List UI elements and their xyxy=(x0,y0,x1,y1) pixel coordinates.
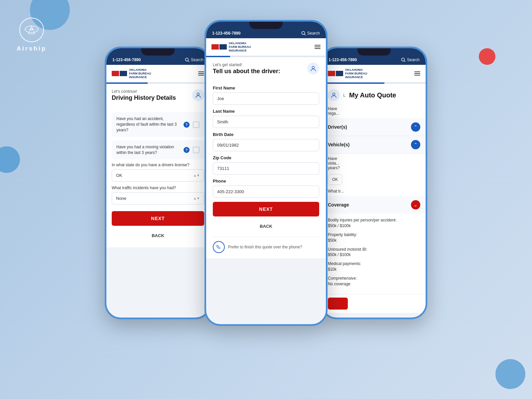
svg-point-7 xyxy=(185,58,188,61)
accordion-vehicles-header[interactable]: Vehicle(s) ⌃ xyxy=(323,136,426,153)
right-state-partial: OK xyxy=(323,173,426,186)
accordion-vehicles: Vehicle(s) ⌃ xyxy=(323,136,426,154)
right-next-btn-partial[interactable] xyxy=(328,298,348,310)
left-title: Driving History Details xyxy=(112,94,176,101)
accordion-coverage-label: Coverage xyxy=(328,202,349,207)
phone-right-notch xyxy=(357,48,391,56)
partial-q2-text: Haveviola...years? xyxy=(328,156,340,170)
phone-label: Phone xyxy=(213,179,319,184)
center-title: Tell us about the driver: xyxy=(213,68,280,75)
back-button-left[interactable]: BACK xyxy=(112,229,204,242)
incidents-arrows: ▲▼ xyxy=(193,197,200,200)
footer-text: Prefer to finish this quote over the pho… xyxy=(228,245,302,249)
last-name-label: Last Name xyxy=(213,109,319,114)
question-2-checkbox[interactable] xyxy=(193,147,200,153)
ofb-badge-blue-r xyxy=(336,71,343,76)
ofb-text-right: OKLAHOMAFARM BUREAUINSURANCE xyxy=(345,68,367,79)
center-subtitle: Let's get started! xyxy=(213,63,280,67)
quote-title: My Auto Quote xyxy=(349,91,396,99)
svg-line-14 xyxy=(404,61,405,62)
phone-input[interactable] xyxy=(213,186,319,198)
user-icon-left[interactable] xyxy=(192,89,204,101)
user-icon-right[interactable] xyxy=(328,89,340,101)
svg-line-11 xyxy=(304,34,306,36)
center-title-group: Let's get started! Tell us about the dri… xyxy=(213,63,280,80)
phone-center-number: 1-123-456-7890 xyxy=(212,31,240,36)
phone-center-search[interactable]: Search xyxy=(301,31,320,36)
incidents-label: What traffic incidents have you had? xyxy=(112,186,204,190)
accordion-vehicles-label: Vehicle(s) xyxy=(328,142,349,147)
phone-left-notch xyxy=(141,48,175,56)
phone-center-header: OKLAHOMAFARM BUREAUINSURANCE xyxy=(206,38,326,56)
search-label-center: Search xyxy=(307,31,320,36)
ofb-logo-center: OKLAHOMAFARM BUREAUINSURANCE xyxy=(211,42,251,52)
right-traffic-text: What tr... xyxy=(328,189,344,194)
accordion-vehicles-btn[interactable]: ⌃ xyxy=(411,140,420,149)
hamburger-center[interactable] xyxy=(315,45,321,49)
right-state-value[interactable]: OK xyxy=(328,174,342,185)
birth-date-label: Birth Date xyxy=(213,132,319,137)
svg-point-9 xyxy=(197,93,200,95)
coverage-label-4: Comprehensive: No coverage xyxy=(328,276,420,287)
next-button-center[interactable]: NEXT xyxy=(213,202,319,216)
phone-right-header: OKLAHOMAFARM BUREAUINSURANCE xyxy=(323,65,426,82)
incidents-select[interactable]: None ▲▼ xyxy=(112,192,204,204)
search-label-left: Search xyxy=(191,58,203,62)
user-icon-center[interactable] xyxy=(307,63,319,74)
accordion-drivers-btn[interactable]: ⌃ xyxy=(411,122,420,132)
state-arrows: ▲▼ xyxy=(193,174,200,177)
question-2-row: Have you had a moving violation within t… xyxy=(112,140,204,160)
ofb-badge-red-r xyxy=(328,71,335,76)
coverage-label-2: Uninsured motorist BI: $50k / $100k xyxy=(328,247,420,258)
ofb-logo-right: OKLAHOMAFARM BUREAUINSURANCE xyxy=(328,68,367,79)
ofb-text-left: OKLAHOMAFARM BUREAUINSURANCE xyxy=(129,68,151,79)
coverage-item-1: Property liability: $50k xyxy=(328,232,420,243)
phone-left: 1-123-456-7890 Search OKLAHOMAFARM BUREA… xyxy=(105,47,211,319)
question-1-row: Have you had an accident, regardless of … xyxy=(112,112,204,137)
partial-question-row: Haverega... xyxy=(323,104,426,118)
hamburger-right[interactable] xyxy=(414,71,420,75)
coverage-label-0: Bodily injuries per person/per accident:… xyxy=(328,217,420,229)
accordion-coverage-btn[interactable]: ⌄ xyxy=(411,200,420,209)
state-select[interactable]: OK ▲▼ xyxy=(112,169,204,182)
accordion-coverage-content: Bodily injuries per person/per accident:… xyxy=(323,213,426,294)
right-next-partial xyxy=(323,294,426,313)
right-phone-content: L My Auto Quote Haverega... Driver(s) ⌃ … xyxy=(323,84,426,313)
svg-point-10 xyxy=(302,32,305,35)
accordion-drivers-header[interactable]: Driver(s) ⌃ xyxy=(323,118,426,136)
svg-line-8 xyxy=(188,61,189,62)
first-name-input[interactable] xyxy=(213,92,319,105)
ofb-badge-blue-c xyxy=(219,44,227,50)
partial-question-text: Haverega... xyxy=(328,106,339,116)
phone-center-content: Let's get started! Tell us about the dri… xyxy=(206,57,326,258)
question-2-help[interactable]: ? xyxy=(184,147,190,153)
coverage-label-1: Property liability: $50k xyxy=(328,232,420,243)
phone-left-search[interactable]: Search xyxy=(185,58,203,62)
ofb-text-center: OKLAHOMAFARM BUREAUINSURANCE xyxy=(229,42,251,52)
question-1-checkbox[interactable] xyxy=(193,121,200,128)
phone-right-search[interactable]: Search xyxy=(401,58,420,62)
phone-right-number: 1-123-456-7890 xyxy=(329,58,357,62)
question-1-help[interactable]: ? xyxy=(184,122,190,128)
phone-footer: Prefer to finish this quote over the pho… xyxy=(213,237,319,253)
accordion-drivers-label: Driver(s) xyxy=(328,124,347,130)
quote-header: L My Auto Quote xyxy=(323,84,426,104)
accordion-coverage-header[interactable]: Coverage ⌄ xyxy=(323,196,426,213)
coverage-item-0: Bodily injuries per person/per accident:… xyxy=(328,217,420,229)
next-button-left[interactable]: NEXT xyxy=(112,211,204,226)
last-name-input[interactable] xyxy=(213,116,319,128)
search-label-right: Search xyxy=(407,58,420,62)
ofb-badge-left xyxy=(112,71,127,76)
svg-point-12 xyxy=(312,66,315,69)
back-button-center[interactable]: BACK xyxy=(213,220,319,233)
state-value: OK xyxy=(116,173,122,178)
phone-center-notch xyxy=(249,22,283,29)
coverage-item-3: Medical payments: $10k xyxy=(328,261,420,272)
zip-code-input[interactable] xyxy=(213,162,319,175)
deco-circle-blue-bottom-right xyxy=(495,359,525,389)
birth-date-input[interactable] xyxy=(213,139,319,151)
ofb-badge-red xyxy=(112,71,119,76)
incidents-value: None xyxy=(116,196,126,201)
hamburger-left[interactable] xyxy=(198,71,204,75)
coverage-label-3: Medical payments: $10k xyxy=(328,261,420,272)
